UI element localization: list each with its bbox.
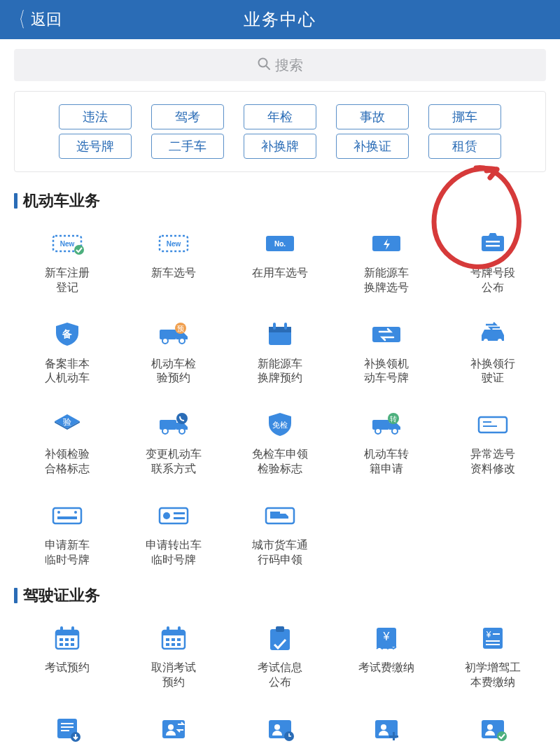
quick-tags: 违法驾考年检事故挪车 选号牌二手车补换牌补换证租赁 — [14, 91, 546, 172]
service-item-label: 免检车申领 检验标志 — [252, 447, 308, 477]
service-item[interactable]: 电子学习 驾驶证明 — [14, 711, 120, 746]
section-license: 驾驶证业务 考试预约取消考试 预约考试信息 公布考试费缴纳初学增驾工 本费缴纳电… — [14, 585, 546, 746]
back-label: 返回 — [31, 9, 62, 30]
shield-bei-icon — [50, 316, 85, 351]
car-swap-icon — [475, 316, 510, 351]
page-title: 业务中心 — [244, 8, 316, 31]
service-item-label: 备案非本 人机动车 — [45, 357, 90, 386]
plate-radio-icon — [156, 498, 191, 533]
quick-tag[interactable]: 二手车 — [151, 134, 224, 159]
service-item[interactable]: 申请转出车 临时号牌 — [120, 498, 227, 568]
service-item-label: 机动车转 籍申请 — [364, 447, 409, 477]
service-item-label: 机动车检 验预约 — [151, 357, 196, 386]
plate-outline-icon — [475, 407, 510, 442]
service-item-label: 补换领机 动车号牌 — [364, 357, 409, 386]
service-item-label: 考试预约 — [45, 661, 90, 689]
service-item[interactable]: 申请新车 临时号牌 — [14, 498, 120, 568]
plate-truck-icon — [262, 498, 298, 533]
vehicle-grid: 新车注册 登记新车选号在用车选号新能源车 换牌选号号牌号段 公布备案非本 人机动… — [14, 225, 546, 567]
service-item[interactable]: 补换领行 驶证 — [440, 316, 546, 386]
service-item-label: 补换领行 驶证 — [470, 357, 515, 386]
service-item-label: 在用车选号 — [252, 266, 308, 294]
truck-yu-icon — [156, 316, 191, 351]
search-icon — [257, 57, 271, 74]
back-button[interactable]: 〈 返回 — [8, 9, 62, 30]
search-placeholder: 搜索 — [275, 56, 303, 75]
quick-tag[interactable]: 租赁 — [428, 134, 501, 159]
section-bar-icon — [14, 588, 18, 603]
plate-dots-icon — [50, 498, 85, 533]
service-item-label: 变更机动车 联系方式 — [146, 447, 202, 477]
service-item[interactable]: 初学增驾工 本费缴纳 — [440, 620, 546, 690]
service-item-label: 异常选号 资料修改 — [470, 447, 515, 477]
quick-tag[interactable]: 补换证 — [336, 134, 409, 159]
shield-mianjian-icon — [262, 407, 298, 442]
service-item[interactable]: 新能源车 换牌预约 — [227, 316, 333, 386]
service-item[interactable]: 号牌号段 公布 — [440, 225, 546, 295]
service-item[interactable]: 驾驶证补 换领 — [120, 711, 227, 746]
quick-tag[interactable]: 挪车 — [428, 104, 501, 129]
calendar-grid-icon — [50, 620, 85, 655]
truck-zhuan-icon — [369, 407, 404, 442]
quick-tag[interactable]: 年检 — [244, 104, 316, 129]
plate-publish-icon — [475, 225, 510, 260]
bill-list-icon — [475, 620, 510, 655]
quick-tag[interactable]: 违法 — [59, 104, 132, 129]
plate-new-check-icon — [50, 225, 85, 260]
service-item[interactable]: 取消考试 预约 — [120, 620, 227, 690]
svg-line-1 — [266, 66, 270, 69]
service-item[interactable]: 新车选号 — [120, 225, 227, 295]
quick-tag[interactable]: 驾考 — [151, 104, 224, 129]
service-item[interactable]: 变更机动车 联系方式 — [120, 407, 227, 477]
service-item[interactable]: 新车注册 登记 — [14, 225, 120, 295]
service-item[interactable]: 考试预约 — [14, 620, 120, 690]
quick-tag[interactable]: 事故 — [336, 104, 409, 129]
service-item-label: 号牌号段 公布 — [470, 266, 515, 295]
service-item-label: 补领检验 合格标志 — [45, 447, 90, 477]
service-item[interactable]: 延期驾驶 证审验 — [440, 711, 546, 746]
service-item-label: 城市货车通 行码申领 — [252, 538, 308, 568]
service-item[interactable]: 延期提交 身体证明 — [333, 711, 440, 746]
service-item-label: 申请转出车 临时号牌 — [146, 538, 202, 568]
service-item[interactable]: 免检车申领 检验标志 — [227, 407, 333, 477]
plate-new-icon — [156, 225, 191, 260]
service-item-label: 新车选号 — [151, 266, 196, 294]
doc-down-icon — [50, 711, 85, 746]
service-item[interactable]: 机动车转 籍申请 — [333, 407, 440, 477]
service-item[interactable]: 城市货车通 行码申领 — [227, 498, 333, 568]
service-item[interactable]: 延期换领 驾驶证 — [227, 711, 333, 746]
chevron-left-icon: 〈 — [13, 9, 25, 30]
quick-tag[interactable]: 补换牌 — [244, 134, 316, 159]
search-input[interactable]: 搜索 — [14, 49, 546, 81]
service-item[interactable]: 考试费缴纳 — [333, 620, 440, 690]
service-item[interactable]: 考试信息 公布 — [227, 620, 333, 690]
service-item[interactable]: 在用车选号 — [227, 225, 333, 295]
person-plus-icon — [369, 711, 404, 746]
service-item[interactable]: 补领检验 合格标志 — [14, 407, 120, 477]
plate-no-icon — [262, 225, 298, 260]
service-item[interactable]: 补换领机 动车号牌 — [333, 316, 440, 386]
service-item-label: 考试费缴纳 — [358, 661, 414, 689]
section-title: 机动车业务 — [14, 190, 546, 211]
section-title-text: 机动车业务 — [23, 190, 100, 211]
service-item[interactable]: 机动车检 验预约 — [120, 316, 227, 386]
plate-swap-icon — [369, 316, 404, 351]
bill-icon — [369, 620, 404, 655]
service-item-label: 考试信息 公布 — [258, 661, 302, 690]
service-item-label: 取消考试 预约 — [151, 661, 196, 690]
person-swap-icon — [156, 711, 191, 746]
person-clock-icon — [262, 711, 298, 746]
shield-yan-icon — [50, 407, 85, 442]
license-grid: 考试预约取消考试 预约考试信息 公布考试费缴纳初学增驾工 本费缴纳电子学习 驾驶… — [14, 620, 546, 746]
section-title: 驾驶证业务 — [14, 585, 546, 606]
calendar-grid-icon — [156, 620, 191, 655]
clipboard-icon — [262, 620, 298, 655]
service-item[interactable]: 备案非本 人机动车 — [14, 316, 120, 386]
service-item-label: 新车注册 登记 — [45, 266, 90, 295]
service-item-label: 新能源车 换牌预约 — [258, 357, 302, 386]
service-item[interactable]: 新能源车 换牌选号 — [333, 225, 440, 295]
section-vehicle: 机动车业务 新车注册 登记新车选号在用车选号新能源车 换牌选号号牌号段 公布备案… — [14, 190, 546, 567]
quick-tag[interactable]: 选号牌 — [59, 134, 132, 159]
service-item[interactable]: 异常选号 资料修改 — [440, 407, 546, 477]
section-bar-icon — [14, 193, 18, 209]
